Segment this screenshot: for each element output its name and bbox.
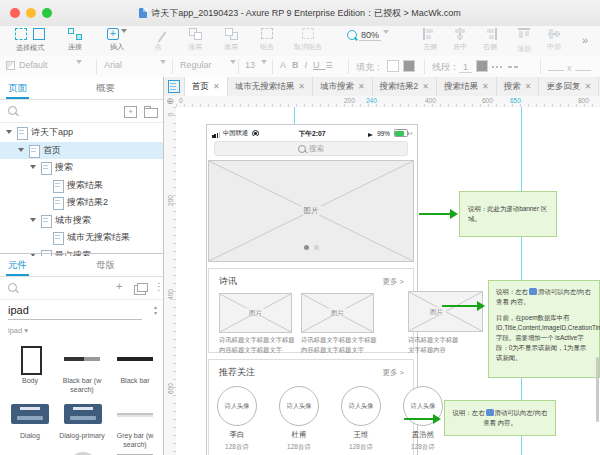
underline-button[interactable]: U: [313, 60, 326, 70]
news-more-link[interactable]: 更多 >: [383, 277, 404, 287]
align-left-button[interactable]: 左侧: [418, 28, 442, 52]
widget-thumb-black-bar[interactable]: [117, 357, 153, 361]
add-widget-icon[interactable]: +: [116, 281, 122, 291]
tree-item-search-result[interactable]: 搜索结果: [0, 177, 163, 194]
fill-color-swatch[interactable]: [403, 60, 415, 72]
doc-tab[interactable]: 首页✕: [185, 77, 228, 96]
close-icon[interactable]: ✕: [525, 82, 532, 91]
widget-thumb-dialog[interactable]: [11, 404, 49, 424]
widget-filter-input[interactable]: [8, 304, 142, 320]
ungroup-button[interactable]: 取消组合: [288, 28, 328, 52]
news-image-placeholder[interactable]: 图片: [219, 293, 292, 333]
follow-more-link[interactable]: 更多 >: [383, 368, 404, 378]
bold-button[interactable]: B: [292, 60, 305, 70]
annotation-arrow[interactable]: [404, 418, 434, 420]
select-mode-button[interactable]: 选择模式: [6, 28, 54, 53]
collapse-arrow-icon[interactable]: [30, 218, 36, 222]
width-field[interactable]: [548, 60, 564, 71]
height-field[interactable]: [575, 60, 591, 71]
widget-thumb-dialog-primary[interactable]: [64, 404, 102, 424]
list-button[interactable]: ☰: [326, 61, 339, 70]
news-image-placeholder-overflow[interactable]: 图片: [408, 291, 483, 332]
close-icon[interactable]: ✕: [422, 82, 429, 91]
collapse-arrow-icon[interactable]: [6, 130, 12, 134]
font-weight-dropdown[interactable]: Regular: [180, 60, 236, 70]
toolbar-overflow-button[interactable]: »: [576, 34, 594, 46]
group-button[interactable]: 组合: [254, 28, 280, 52]
poet-avatar[interactable]: 诗人头像: [341, 386, 381, 426]
doc-tab[interactable]: 更多回复✕: [539, 77, 599, 96]
collapse-arrow-icon[interactable]: [30, 165, 36, 169]
tab-masters[interactable]: 母版: [96, 259, 115, 272]
search-icon[interactable]: [8, 283, 17, 292]
doc-tab[interactable]: 搜索✕: [497, 77, 540, 96]
tree-item-city-search[interactable]: 城市搜索: [0, 212, 163, 229]
follow-section-card[interactable]: 推荐关注 更多 > 诗人头像 诗人头像 诗人头像 诗人头像 李白 杜甫 王维 孟…: [208, 359, 414, 455]
tree-item-city-no-result[interactable]: 城市无搜索结果: [0, 229, 163, 246]
italic-button[interactable]: I: [305, 60, 314, 70]
insert-button[interactable]: + 插入: [102, 28, 132, 52]
news-section-card[interactable]: 诗讯 更多 > 图片 图片 诗讯标题文字标题文字标题内容标题文字标题文字 诗讯标…: [208, 268, 414, 353]
tree-item-search-result2[interactable]: 搜索结果2: [0, 194, 163, 211]
line-color-swatch[interactable]: [476, 60, 488, 72]
doc-tab[interactable]: 搜索结果2✕: [373, 77, 437, 96]
widget-thumb-black-bar-search[interactable]: [64, 357, 100, 361]
send-to-back-button[interactable]: 底层: [218, 28, 244, 52]
widget-thumb-grey-bar-search[interactable]: [117, 413, 153, 415]
poet-avatar[interactable]: 诗人头像: [217, 386, 257, 426]
tree-item-home[interactable]: 首页: [0, 142, 163, 159]
widget-section-label[interactable]: ipad ▾: [0, 326, 163, 338]
collapse-arrow-icon[interactable]: [18, 148, 24, 152]
align-right-button[interactable]: 右侧: [478, 28, 502, 52]
point-tool-button[interactable]: 点: [148, 28, 168, 52]
doc-tab[interactable]: 城市搜索✕: [313, 77, 373, 96]
fill-none-swatch[interactable]: [387, 60, 399, 72]
news-image-placeholder[interactable]: 图片: [301, 293, 374, 333]
widget-thumb-body[interactable]: [21, 346, 42, 375]
close-icon[interactable]: ✕: [358, 82, 365, 91]
tab-widgets[interactable]: 元件: [8, 259, 27, 272]
tab-pages[interactable]: 页面: [8, 82, 27, 95]
connect-button[interactable]: 连接: [62, 28, 88, 52]
page-list-icon[interactable]: [164, 77, 185, 96]
phone-search-bar[interactable]: 搜索: [214, 141, 408, 156]
align-top-button[interactable]: 顶部: [512, 28, 536, 54]
tab-outline[interactable]: 概要: [96, 82, 115, 95]
zoom-value[interactable]: 80%: [359, 30, 381, 41]
close-icon[interactable]: ✕: [584, 82, 591, 91]
phone-frame-widget[interactable]: 中国联通 下午2:07 99% + 搜索: [206, 124, 418, 455]
banner-note[interactable]: 说明：此处为滚动banner 区域。: [459, 191, 557, 237]
stepper-icon[interactable]: ▴▾: [154, 304, 157, 316]
folder-icon[interactable]: [144, 108, 158, 118]
annotation-arrow[interactable]: [419, 213, 451, 215]
news-note[interactable]: 说明：左右滑动可以向左/向右查看 内容。 目前，在poem数据库中有ID,Tit…: [488, 280, 600, 378]
library-stack-icon[interactable]: [134, 285, 146, 295]
annotation-arrow[interactable]: [442, 305, 478, 307]
close-icon[interactable]: ✕: [213, 82, 220, 91]
doc-tab[interactable]: 城市无搜索结果✕: [228, 77, 313, 96]
guide-line[interactable]: [294, 107, 295, 124]
poet-avatar[interactable]: 诗人头像: [279, 386, 319, 426]
zoom-control[interactable]: 80%: [342, 28, 394, 40]
style-preset-dropdown[interactable]: Default: [6, 60, 82, 70]
banner-image-placeholder[interactable]: 图片: [208, 160, 414, 262]
font-family-dropdown[interactable]: Arial: [104, 60, 166, 70]
arrow-style-icon[interactable]: [508, 66, 520, 68]
align-center-button[interactable]: 居中: [448, 28, 472, 52]
tree-item-root[interactable]: 诗天下app: [0, 124, 163, 141]
search-icon[interactable]: [8, 106, 17, 115]
canvas-scrollbar[interactable]: [596, 357, 599, 422]
follow-note[interactable]: 说明：左右滑动可以向左/向右查看 内容。: [444, 400, 556, 436]
bring-to-front-button[interactable]: 顶层: [182, 28, 208, 52]
tree-item-search[interactable]: 搜索: [0, 159, 163, 176]
doc-tab[interactable]: 搜索结果✕: [437, 77, 497, 96]
font-color-button[interactable]: A: [280, 60, 292, 70]
line-style-icon[interactable]: [492, 66, 504, 68]
canvas-content[interactable]: 中国联通 下午2:07 99% + 搜索: [176, 107, 600, 455]
line-weight-field[interactable]: 1: [459, 62, 472, 73]
align-middle-button[interactable]: 中部: [542, 28, 566, 52]
close-icon[interactable]: ✕: [482, 82, 489, 91]
add-page-icon[interactable]: +: [124, 106, 137, 118]
close-icon[interactable]: ✕: [298, 82, 305, 91]
font-size-dropdown[interactable]: 13: [245, 60, 267, 70]
